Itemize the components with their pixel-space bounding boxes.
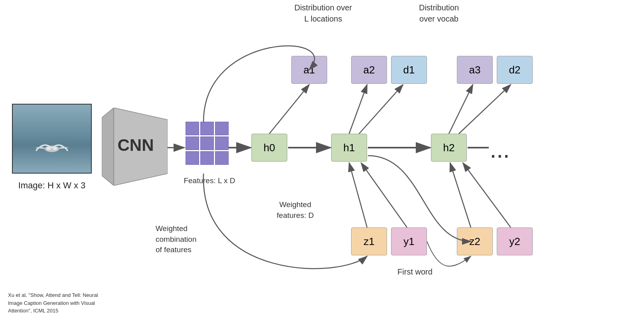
label-distribution-locations: Distribution overL locations	[283, 2, 363, 24]
label-weighted-features: Weightedfeatures: D	[263, 200, 327, 221]
feature-label: Features: L x D	[180, 176, 239, 186]
svg-line-20	[463, 163, 511, 227]
node-y1: y1	[391, 227, 427, 255]
svg-line-18	[361, 163, 407, 227]
label-weighted-combo: Weightedcombinationof features	[156, 223, 235, 255]
feature-grid	[186, 122, 229, 165]
node-a2: a2	[351, 56, 387, 84]
cnn-label: CNN	[108, 136, 164, 155]
node-d1: d1	[391, 56, 427, 84]
svg-line-12	[269, 85, 309, 134]
arrows-overlay	[0, 0, 644, 328]
svg-line-14	[359, 85, 403, 134]
svg-point-2	[53, 147, 57, 150]
svg-line-16	[459, 85, 511, 134]
svg-line-15	[449, 85, 473, 134]
node-a1: a1	[291, 56, 327, 84]
continuation-dots: ...	[491, 142, 511, 162]
node-h0: h0	[251, 134, 287, 162]
diagram-container: Image: H x W x 3 CNN Features: L x D h0 …	[0, 0, 644, 328]
svg-point-1	[47, 147, 51, 150]
node-z2: z2	[457, 227, 493, 255]
node-h1: h1	[331, 134, 367, 162]
svg-line-19	[450, 163, 471, 227]
node-a3: a3	[457, 56, 493, 84]
svg-line-17	[349, 163, 367, 227]
node-h2: h2	[431, 134, 467, 162]
image-label: Image: H x W x 3	[12, 180, 92, 192]
label-first-word: First word	[387, 267, 443, 277]
node-y2: y2	[497, 227, 533, 255]
citation: Xu et al, "Show, Attend and Tell: Neural…	[8, 291, 112, 315]
bird-image	[12, 104, 92, 174]
node-d2: d2	[497, 56, 533, 84]
label-distribution-vocab: Distributionover vocab	[399, 2, 479, 24]
node-z1: z1	[351, 227, 387, 255]
svg-line-13	[349, 85, 367, 134]
